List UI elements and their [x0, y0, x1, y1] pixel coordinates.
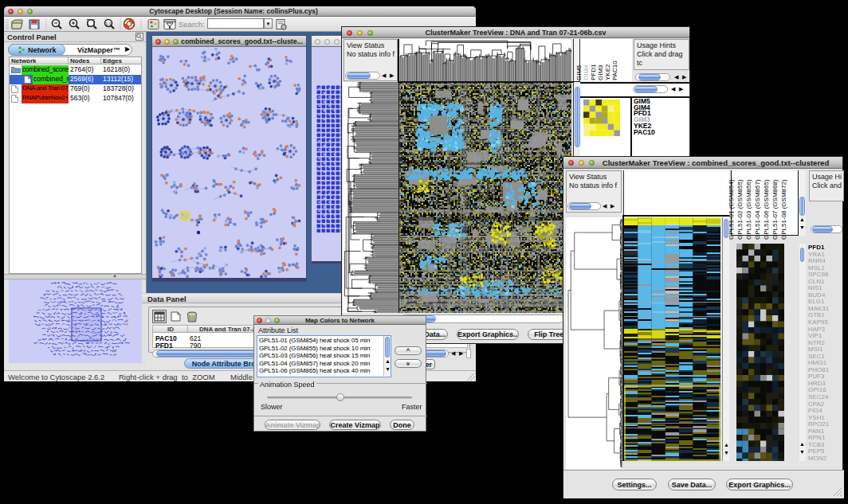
svg-text:1:1: 1:1 [106, 21, 112, 26]
